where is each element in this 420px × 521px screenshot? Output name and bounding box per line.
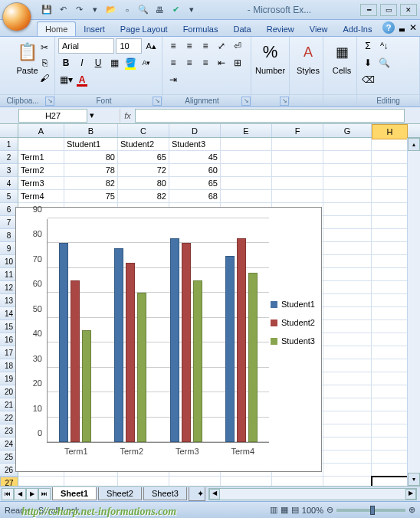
cell-D2[interactable]: 45 <box>169 151 221 164</box>
view-normal-icon[interactable]: ▥ <box>270 505 277 515</box>
cell-H25[interactable] <box>372 451 408 464</box>
cell-C5[interactable]: 82 <box>118 190 169 203</box>
cell-C27[interactable] <box>118 477 169 486</box>
italic-button[interactable]: I <box>74 55 90 70</box>
bar-Term3-Student3[interactable] <box>193 280 202 442</box>
cell-E1[interactable] <box>221 138 272 151</box>
bar-Term3-Student1[interactable] <box>170 238 179 442</box>
align-right-icon[interactable]: ≡ <box>198 55 213 70</box>
row-header-3[interactable]: 3 <box>0 164 18 177</box>
number-format-button[interactable]: % Number <box>254 38 286 77</box>
cell-E4[interactable] <box>221 177 272 190</box>
row-header-4[interactable]: 4 <box>0 177 18 190</box>
tab-home[interactable]: Home <box>37 21 76 36</box>
tab-formulas[interactable]: Formulas <box>176 22 226 36</box>
cell-D27[interactable] <box>169 477 221 486</box>
cell-B5[interactable]: 75 <box>64 190 118 203</box>
column-header-D[interactable]: D <box>169 124 221 137</box>
next-sheet-icon[interactable]: ▶ <box>26 488 38 500</box>
merge-center-icon[interactable]: ⊞ <box>230 55 245 70</box>
copy-icon[interactable]: ⎘ <box>37 55 52 70</box>
view-layout-icon[interactable]: ▦ <box>281 505 288 515</box>
sheet-tab-3[interactable]: Sheet3 <box>143 487 187 500</box>
tab-view[interactable]: View <box>302 22 336 36</box>
zoom-slider[interactable] <box>336 509 405 512</box>
cell-H11[interactable] <box>372 268 408 281</box>
cell-E27[interactable] <box>221 477 272 486</box>
cell-H23[interactable] <box>372 424 408 437</box>
cell-C2[interactable]: 65 <box>118 151 169 164</box>
bold-button[interactable]: B <box>58 55 74 70</box>
align-top-icon[interactable]: ≡ <box>166 38 181 54</box>
bar-Term2-Student3[interactable] <box>137 293 146 442</box>
cell-G16[interactable] <box>323 333 372 346</box>
close-workbook-icon[interactable]: ✕ <box>409 22 417 33</box>
find-select-icon[interactable]: 🔍 <box>376 55 392 70</box>
cell-G11[interactable] <box>323 268 372 281</box>
cell-D5[interactable]: 68 <box>169 190 221 203</box>
spelling-icon[interactable]: ✔ <box>169 3 182 17</box>
cell-F1[interactable] <box>272 138 323 151</box>
quick-print-icon[interactable]: 🖶 <box>153 3 166 17</box>
cell-D4[interactable]: 65 <box>169 177 221 190</box>
name-box[interactable]: H27 <box>18 109 87 123</box>
fill-icon[interactable]: ⬇ <box>360 55 376 70</box>
help-icon[interactable]: ? <box>382 21 395 34</box>
cell-F3[interactable] <box>272 164 323 177</box>
bar-Term1-Student1[interactable] <box>59 243 68 442</box>
cut-icon[interactable]: ✂ <box>37 40 52 55</box>
cell-H18[interactable] <box>372 359 408 372</box>
cell-G17[interactable] <box>323 346 372 359</box>
undo-icon[interactable]: ↶ <box>56 3 70 17</box>
cell-B1[interactable]: Student1 <box>64 138 118 151</box>
tab-page-layout[interactable]: Page Layout <box>113 22 176 36</box>
cell-D3[interactable]: 60 <box>169 164 221 177</box>
sheet-tab-1[interactable]: Sheet1 <box>52 487 97 500</box>
print-preview-icon[interactable]: 🔍 <box>136 3 150 17</box>
select-all-corner[interactable] <box>0 124 18 137</box>
maximize-button[interactable]: ▭ <box>380 4 397 16</box>
cell-H3[interactable] <box>372 164 408 177</box>
cell-H26[interactable] <box>372 464 408 477</box>
more-borders-icon[interactable]: ▦▾ <box>58 72 74 87</box>
cell-G19[interactable] <box>323 372 372 385</box>
clear-icon[interactable]: ⌫ <box>360 72 376 87</box>
cell-H5[interactable] <box>372 190 408 203</box>
cell-H8[interactable] <box>372 229 408 242</box>
tab-add-ins[interactable]: Add-Ins <box>335 22 379 36</box>
sheet-tab-2[interactable]: Sheet2 <box>98 487 142 500</box>
wrap-text-icon[interactable]: ⏎ <box>230 38 245 54</box>
grow-font-icon[interactable]: A▴ <box>143 38 159 54</box>
fill-color-icon[interactable]: 🪣 <box>123 55 138 70</box>
cell-G14[interactable] <box>323 307 372 320</box>
cell-A4[interactable]: Term3 <box>18 177 64 190</box>
column-header-C[interactable]: C <box>118 124 169 137</box>
cell-B4[interactable]: 82 <box>64 177 118 190</box>
cell-B2[interactable]: 80 <box>64 151 118 164</box>
cell-F27[interactable] <box>272 477 323 486</box>
bar-Term1-Student3[interactable] <box>82 330 91 442</box>
save-icon[interactable]: 💾 <box>40 3 54 17</box>
fx-icon[interactable]: fx <box>120 109 135 123</box>
cell-G23[interactable] <box>323 424 372 437</box>
cell-G20[interactable] <box>323 385 372 398</box>
scroll-up-icon[interactable]: ▴ <box>408 138 420 151</box>
column-header-B[interactable]: B <box>64 124 118 137</box>
cell-A2[interactable]: Term1 <box>18 151 64 164</box>
cell-H10[interactable] <box>372 255 408 268</box>
cell-H16[interactable] <box>372 333 408 346</box>
alignment-launcher[interactable]: ↘ <box>241 97 251 106</box>
cell-H17[interactable] <box>372 346 408 359</box>
decrease-indent-icon[interactable]: ⇤ <box>214 55 229 70</box>
column-header-F[interactable]: F <box>272 124 323 137</box>
cell-E5[interactable] <box>221 190 272 203</box>
zoom-in-icon[interactable]: ⊕ <box>409 505 415 515</box>
cell-H4[interactable] <box>372 177 408 190</box>
column-header-E[interactable]: E <box>221 124 272 137</box>
cell-H15[interactable] <box>372 320 408 333</box>
cell-H24[interactable] <box>372 437 408 451</box>
tab-insert[interactable]: Insert <box>76 22 113 36</box>
cell-G5[interactable] <box>323 190 372 203</box>
cell-H14[interactable] <box>372 307 408 320</box>
column-header-A[interactable]: A <box>18 124 64 137</box>
